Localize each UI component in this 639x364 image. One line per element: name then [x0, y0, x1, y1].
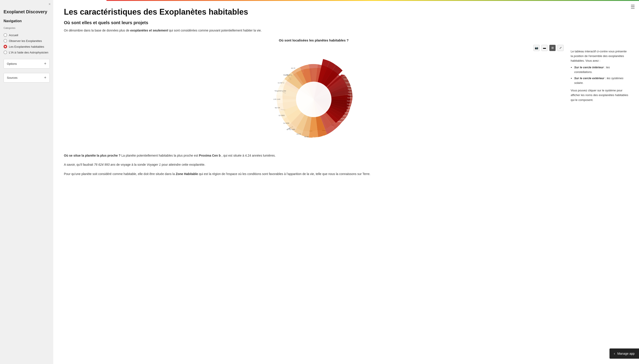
- intro-prefix: On dénombre dans la base de données plus…: [64, 28, 130, 32]
- svg-text:GJ 667 C: GJ 667 C: [278, 82, 284, 84]
- chart-title: Où sont localisées les planètes habitabl…: [64, 38, 564, 42]
- chart-desc-p1: Le tableau interactif ci-contre vous pré…: [571, 49, 628, 63]
- nav-item-ia[interactable]: L'IA à l'aide des Astrophysicien: [4, 50, 50, 54]
- body3-text: Pour qu'une planète soit considéré comme…: [64, 172, 176, 176]
- svg-text:Kepler-155x: Kepler-155x: [333, 60, 340, 64]
- svg-text:GJ 832: GJ 832: [332, 131, 337, 133]
- chart-table-btn[interactable]: ⊞: [549, 45, 556, 51]
- svg-text:Kepler-736: Kepler-736: [344, 78, 350, 80]
- svg-text:Kepler-1655: Kepler-1655: [347, 103, 354, 105]
- svg-text:tau Cet: tau Cet: [275, 107, 280, 108]
- nav-item-observer[interactable]: Observer les Exoplanètes: [4, 38, 50, 43]
- nav-item-habitables[interactable]: Les Exoplanètes habitables: [4, 44, 50, 49]
- chart-section: Où sont localisées les planètes habitabl…: [64, 38, 628, 146]
- svg-text:Kepler-296: Kepler-296: [300, 64, 308, 66]
- intro-text: On dénombre dans la base de données plus…: [64, 28, 628, 33]
- chart-fullscreen-btn[interactable]: ⤢: [557, 45, 564, 51]
- close-button[interactable]: ×: [48, 2, 50, 6]
- svg-text:GJ 1061: GJ 1061: [289, 129, 295, 130]
- nav-item-accueil[interactable]: Accueil: [4, 33, 50, 37]
- svg-text:Kepler-52: Kepler-52: [348, 88, 354, 90]
- body-section-3: Pour qu'une planète soit considéré comme…: [64, 172, 628, 177]
- body2-italic: 76 624 993 ans: [94, 163, 116, 166]
- top-bar: [106, 0, 639, 1]
- svg-text:Kepler-1638: Kepler-1638: [346, 109, 354, 110]
- body1-text: La planète potentiellement habitables la…: [121, 154, 199, 157]
- svg-text:K2-18: K2-18: [304, 136, 309, 138]
- svg-text:GJ 163: GJ 163: [322, 135, 328, 137]
- categories-label: Categories: [4, 26, 50, 29]
- svg-text:Kepler-186: Kepler-186: [347, 100, 354, 102]
- sidebar: × Exoplanet Discovery Navigation Categor…: [0, 0, 53, 364]
- intro-bold: exoplanètes et seulement: [130, 28, 168, 32]
- sunburst-chart[interactable]: Cygnus Lyra Aquarius Draco Scorpius Arie: [64, 53, 564, 146]
- options-header[interactable]: Options +: [4, 59, 50, 68]
- body3-text2: qui est la région de l'espace où les con…: [199, 172, 370, 176]
- chart-container: Où sont localisées les planètes habitabl…: [64, 38, 564, 146]
- svg-text:Kepler-443: Kepler-443: [325, 57, 332, 58]
- chart-desc-list: Sur le cercle intérieur : les constellat…: [574, 65, 628, 86]
- nav-items-list: Accueil Observer les Exoplanètes Les Exo…: [4, 33, 50, 54]
- chart-camera-btn[interactable]: 📷: [534, 45, 540, 51]
- chart-desc-li2: Sur le cercle extérieur : les systèmes s…: [574, 76, 628, 86]
- svg-text:Kepler-298: Kepler-298: [311, 62, 318, 63]
- svg-text:GJ 3323: GJ 3323: [279, 115, 285, 116]
- page-title: Les caractéristiques des Exoplanètes hab…: [64, 7, 628, 17]
- options-expand-icon: +: [44, 62, 46, 66]
- svg-text:Kepler-283: Kepler-283: [348, 94, 354, 96]
- svg-text:K2-288 B: K2-288 B: [353, 99, 360, 101]
- nav-label-ia: L'IA à l'aide des Astrophysicien: [9, 51, 48, 54]
- svg-text:Kepler-1229: Kepler-1229: [341, 118, 348, 119]
- svg-text:Kepler-174x: Kepler-174x: [347, 86, 354, 87]
- body3-bold: Zone Habitable: [176, 172, 198, 176]
- svg-text:Kepler-160x: Kepler-160x: [346, 82, 353, 84]
- options-accordion[interactable]: Options +: [4, 59, 50, 68]
- radio-ia: [4, 50, 7, 54]
- svg-text:Kepler-22: Kepler-22: [348, 97, 354, 98]
- body1-bold: Où se situe la planète la plus proche ?: [64, 154, 120, 157]
- sources-accordion[interactable]: Sources +: [4, 73, 50, 82]
- body1-text2: , qui est située à 4.24 années lumières.: [222, 154, 276, 157]
- body2-text: A savoir, qu'il faudrait: [64, 163, 94, 166]
- body1-bold2: Proxima Cen b: [199, 154, 221, 157]
- svg-text:Proxima Cen: Proxima Cen: [312, 137, 322, 138]
- svg-point-58: [296, 82, 332, 117]
- svg-text:Kepler-1652: Kepler-1652: [347, 106, 354, 108]
- radio-observer: [4, 39, 7, 42]
- radio-accueil: [4, 33, 7, 37]
- svg-text:LHS 1140: LHS 1140: [273, 98, 280, 100]
- chart-download-btn[interactable]: ▬: [542, 45, 548, 51]
- chart-description: Le tableau interactif ci-contre vous pré…: [571, 38, 628, 146]
- svg-text:GJ 357: GJ 357: [340, 126, 344, 127]
- body2-text2: de voyage à la sonde: [116, 163, 147, 166]
- svg-text:Kepler-61: Kepler-61: [342, 72, 348, 73]
- body2-italic2: Voyager 1: [147, 163, 161, 166]
- nav-label-habitables: Les Exoplanètes habitables: [9, 45, 44, 48]
- nav-label-observer: Observer les Exoplanètes: [9, 39, 42, 42]
- radio-habitables: [4, 45, 7, 48]
- svg-text:Teegarden's Star: Teegarden's Star: [274, 90, 286, 92]
- svg-text:GJ 3293: GJ 3293: [283, 122, 289, 124]
- manage-app-label: Manage app: [617, 352, 634, 355]
- nav-section-title: Navigation: [4, 19, 50, 23]
- subtitle: Où sont elles et quels sont leurs projet…: [64, 20, 628, 25]
- hamburger-button[interactable]: ☰: [630, 4, 635, 10]
- svg-text:Kepler-62: Kepler-62: [348, 92, 354, 93]
- chart-desc-li1: Sur le cercle intérieur : les constellat…: [574, 65, 628, 74]
- app-title: Exoplanet Discovery: [4, 9, 50, 15]
- sources-label: Sources: [7, 76, 18, 80]
- svg-text:Kepler-1090: Kepler-1090: [338, 121, 345, 122]
- desc-bold1: Sur le cercle intérieur: [574, 66, 604, 69]
- chevron-left-icon: ‹: [614, 352, 615, 356]
- svg-text:K2-72: K2-72: [291, 68, 295, 69]
- chart-desc-p2: Vous pouvez cliquer sur le système pour …: [571, 88, 628, 102]
- options-label: Options: [7, 62, 17, 66]
- nav-label-accueil: Accueil: [9, 34, 18, 37]
- body2-text3: pour atteindre cette exoplanète.: [162, 163, 205, 166]
- svg-text:TRAPPIST-1: TRAPPIST-1: [283, 74, 292, 76]
- svg-text:Kepler-1544: Kepler-1544: [343, 115, 350, 116]
- sources-header[interactable]: Sources +: [4, 73, 50, 82]
- svg-text:K2-72: K2-72: [297, 133, 301, 135]
- chart-toolbar: 📷 ▬ ⊞ ⤢: [64, 45, 564, 51]
- manage-app-button[interactable]: ‹ Manage app: [610, 348, 639, 359]
